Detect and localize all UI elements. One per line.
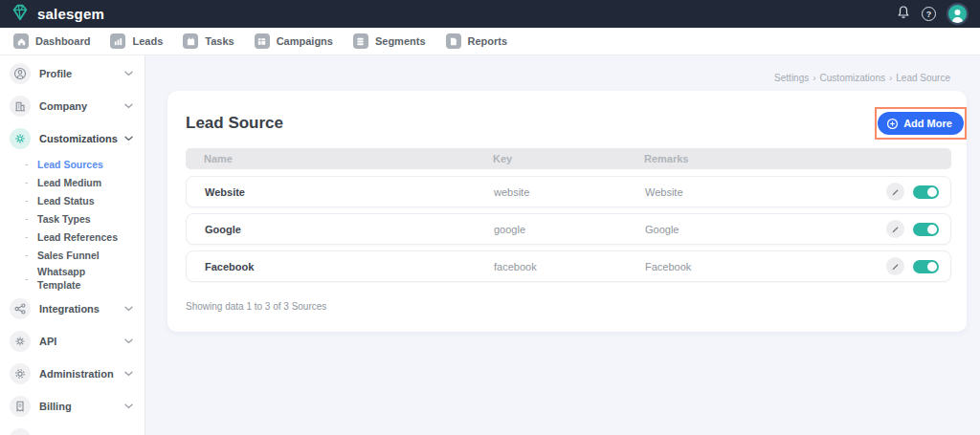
table-body: Website website Website Google google Go…	[186, 176, 951, 288]
column-header-remarks: Remarks	[644, 153, 940, 164]
chevron-down-icon	[124, 338, 133, 344]
brain-icon	[10, 128, 31, 149]
home-icon	[13, 33, 29, 49]
person-circle-icon	[10, 63, 31, 84]
sidebar-subitem-lead-references[interactable]: Lead References	[0, 228, 145, 246]
table-row: Facebook facebook Facebook	[186, 250, 951, 282]
app-header: salesgem ?	[0, 0, 980, 28]
question-circle-icon[interactable]: ?	[922, 7, 936, 21]
cell-remarks: Facebook	[645, 261, 886, 272]
enabled-toggle[interactable]	[913, 260, 939, 273]
column-header-name: Name	[204, 153, 493, 164]
bar-chart-icon	[110, 33, 125, 49]
sidebar-subitem-lead-sources[interactable]: Lead Sources	[0, 155, 145, 173]
cell-key: facebook	[494, 261, 645, 272]
sidebar-item-label: Integrations	[39, 303, 124, 315]
chevron-down-icon	[124, 371, 133, 377]
nav-item-campaigns[interactable]: Campaigns	[255, 33, 333, 49]
enabled-toggle[interactable]	[913, 223, 939, 236]
chevron-down-icon	[124, 71, 133, 76]
enabled-toggle[interactable]	[913, 185, 939, 199]
nav-item-segments[interactable]: Segments	[353, 33, 426, 49]
sidebar-item-integrations[interactable]: Integrations	[0, 293, 145, 325]
cell-name: Google	[205, 224, 494, 235]
edit-pencil-button[interactable]	[886, 220, 904, 238]
bullet-dash	[25, 159, 37, 169]
sidebar-subitem-lead-status[interactable]: Lead Status	[0, 191, 145, 209]
breadcrumb-settings[interactable]: Settings	[774, 73, 809, 83]
sidebar-subitem-task-types[interactable]: Task Types	[0, 209, 145, 228]
edit-pencil-button[interactable]	[886, 257, 904, 275]
building-icon	[10, 96, 31, 117]
nav-label: Leads	[132, 35, 163, 47]
nav-item-reports[interactable]: Reports	[446, 33, 508, 49]
gear-icon	[10, 331, 31, 352]
gear-icon	[10, 363, 31, 384]
chevron-down-icon	[124, 103, 133, 109]
gem-icon	[10, 3, 31, 26]
main-content: Settings Customizations Lead Source Lead…	[145, 55, 980, 435]
nav-label: Dashboard	[35, 35, 90, 47]
share-nodes-icon	[10, 298, 31, 319]
sidebar-item-company[interactable]: Company	[0, 90, 145, 122]
table-row: Website website Website	[186, 176, 951, 207]
cell-key: google	[494, 224, 645, 235]
sidebar-subitem-sales-funnel[interactable]: Sales Funnel	[0, 246, 145, 264]
bullet-dash	[25, 250, 37, 260]
bell-icon[interactable]	[896, 5, 911, 24]
sidebar-item-label: API	[39, 336, 124, 347]
plus-circle-icon	[886, 118, 899, 130]
sidebar-subitem-whatsapp-template[interactable]: Whatsapp Template	[0, 264, 145, 293]
cell-remarks: Website	[645, 186, 886, 198]
bullet-dash	[25, 195, 37, 206]
lead-source-card: Lead Source Add More Name Key Remarks We…	[167, 91, 967, 332]
chevron-down-icon	[124, 403, 133, 409]
avatar[interactable]	[947, 3, 969, 25]
nav-label: Reports	[468, 35, 508, 47]
breadcrumb: Settings Customizations Lead Source	[774, 73, 950, 83]
file-icon	[446, 33, 461, 49]
table-footer-status: Showing data 1 to 3 of 3 Sources	[186, 301, 326, 312]
table-icon	[255, 33, 270, 49]
sidebar-item-administration[interactable]: Administration	[0, 358, 145, 390]
cell-key: website	[494, 186, 645, 198]
page-title: Lead Source	[186, 114, 283, 133]
annotation-highlight: Add More	[875, 107, 967, 140]
table-row: Google google Google	[186, 213, 951, 245]
nav-label: Segments	[375, 35, 426, 47]
receipt-icon	[10, 396, 31, 417]
nav-label: Tasks	[205, 35, 234, 47]
cell-name: Website	[205, 186, 494, 198]
module-nav: Dashboard Leads Tasks Campaigns Segments…	[0, 28, 980, 55]
sidebar-item-profile[interactable]: Profile	[0, 57, 145, 90]
cell-name: Facebook	[205, 261, 494, 272]
bullet-dash	[25, 273, 37, 284]
edit-pencil-button[interactable]	[886, 183, 904, 201]
settings-sidebar: Profile Company Customizations Lead Sour…	[0, 55, 145, 435]
sidebar-item-api[interactable]: API	[0, 325, 145, 358]
sidebar-item-label: Profile	[39, 68, 124, 79]
brand-name: salesgem	[37, 6, 104, 22]
sidebar-item-billing[interactable]: Billing	[0, 390, 145, 423]
breadcrumb-lead-source: Lead Source	[896, 73, 950, 83]
breadcrumb-customizations[interactable]: Customizations	[820, 73, 885, 83]
nav-item-dashboard[interactable]: Dashboard	[13, 33, 90, 49]
table-header: Name Key Remarks	[186, 148, 951, 169]
sidebar-item-customizations[interactable]: Customizations	[0, 122, 145, 155]
chevron-down-icon	[124, 306, 133, 312]
add-more-button[interactable]: Add More	[878, 112, 964, 135]
brand-logo[interactable]: salesgem	[10, 3, 104, 26]
nav-label: Campaigns	[277, 35, 333, 47]
chevron-down-icon	[124, 136, 133, 141]
sidebar-subitem-lead-medium[interactable]: Lead Medium	[0, 173, 145, 191]
sidebar-item-partial	[10, 428, 31, 435]
sidebar-item-label: Customizations	[39, 133, 124, 144]
nav-item-leads[interactable]: Leads	[110, 33, 163, 49]
database-icon	[353, 33, 368, 49]
nav-item-tasks[interactable]: Tasks	[183, 33, 234, 49]
cell-remarks: Google	[645, 224, 886, 235]
bullet-dash	[25, 177, 37, 187]
sidebar-item-label: Administration	[39, 368, 124, 380]
add-more-label: Add More	[903, 118, 952, 129]
calendar-icon	[183, 33, 198, 49]
